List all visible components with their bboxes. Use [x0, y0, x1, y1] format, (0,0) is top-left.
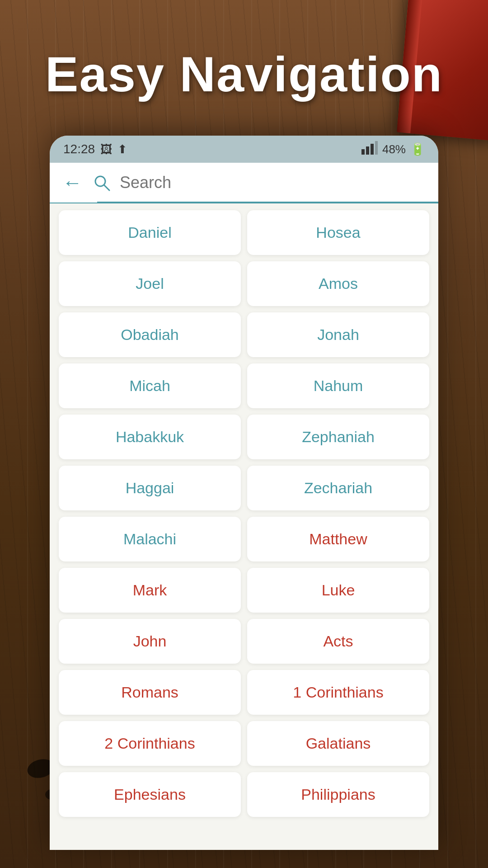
- signal-icon: [361, 141, 378, 158]
- book-item[interactable]: Obadiah: [59, 312, 241, 357]
- bluetooth-icon: ⬆: [117, 142, 127, 156]
- status-right: 48% 🔋: [361, 141, 425, 158]
- book-item[interactable]: Joel: [59, 261, 241, 306]
- search-bar: ←: [50, 163, 438, 203]
- book-item[interactable]: Zechariah: [247, 466, 429, 510]
- back-button[interactable]: ←: [61, 171, 84, 194]
- book-item[interactable]: Daniel: [59, 210, 241, 255]
- battery-icon: 🔋: [410, 142, 425, 156]
- book-item[interactable]: 2 Corinthians: [59, 721, 241, 766]
- svg-line-5: [104, 185, 109, 190]
- search-icon: [93, 174, 111, 192]
- book-item[interactable]: Micah: [59, 363, 241, 408]
- book-item[interactable]: Zephaniah: [247, 415, 429, 459]
- search-icon-wrap: [93, 174, 111, 192]
- book-item[interactable]: 1 Corinthians: [247, 670, 429, 715]
- book-item[interactable]: Luke: [247, 568, 429, 613]
- svg-rect-0: [361, 149, 365, 155]
- search-underline: [97, 202, 438, 203]
- photo-icon: 🖼: [100, 142, 112, 156]
- book-item[interactable]: Habakkuk: [59, 415, 241, 459]
- svg-rect-2: [371, 144, 374, 155]
- battery-display: 48%: [382, 142, 406, 156]
- svg-rect-1: [366, 146, 369, 155]
- header-title-area: Easy Navigation: [0, 45, 488, 103]
- book-item[interactable]: Philippians: [247, 772, 429, 817]
- book-item[interactable]: Nahum: [247, 363, 429, 408]
- time-display: 12:28: [63, 142, 95, 156]
- books-grid: DanielHoseaJoelAmosObadiahJonahMicahNahu…: [59, 210, 429, 817]
- page-title: Easy Navigation: [45, 46, 443, 102]
- book-item[interactable]: Haggai: [59, 466, 241, 510]
- book-item[interactable]: Malachi: [59, 517, 241, 561]
- book-item[interactable]: Galatians: [247, 721, 429, 766]
- book-item[interactable]: Ephesians: [59, 772, 241, 817]
- book-item[interactable]: Romans: [59, 670, 241, 715]
- svg-rect-3: [375, 141, 378, 155]
- book-item[interactable]: Amos: [247, 261, 429, 306]
- book-item[interactable]: Jonah: [247, 312, 429, 357]
- book-item[interactable]: Matthew: [247, 517, 429, 561]
- status-left: 12:28 🖼 ⬆: [63, 142, 127, 156]
- phone-mockup: 12:28 🖼 ⬆ 48% 🔋 ←: [50, 136, 438, 850]
- status-bar: 12:28 🖼 ⬆ 48% 🔋: [50, 136, 438, 163]
- book-item[interactable]: John: [59, 619, 241, 664]
- book-item[interactable]: Hosea: [247, 210, 429, 255]
- search-input[interactable]: [120, 173, 427, 192]
- book-item[interactable]: Mark: [59, 568, 241, 613]
- back-arrow-icon: ←: [62, 171, 82, 194]
- books-container[interactable]: DanielHoseaJoelAmosObadiahJonahMicahNahu…: [50, 203, 438, 850]
- book-item[interactable]: Acts: [247, 619, 429, 664]
